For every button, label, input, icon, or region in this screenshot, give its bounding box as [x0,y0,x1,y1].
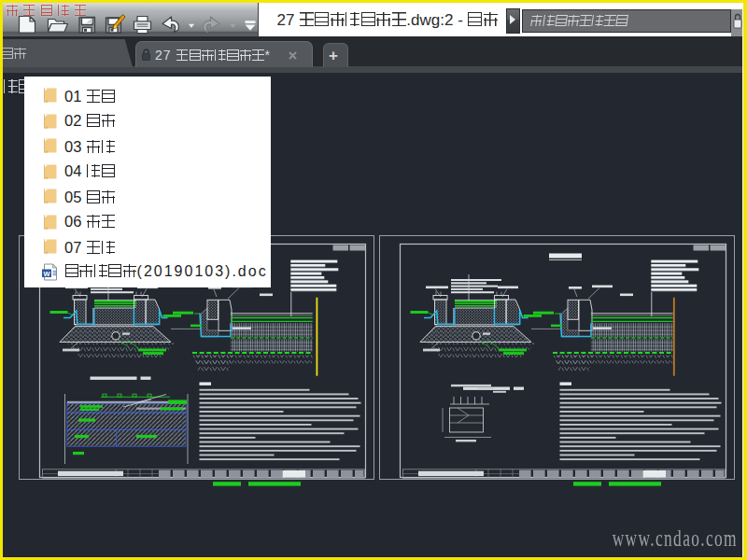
svg-text:W: W [43,270,50,278]
